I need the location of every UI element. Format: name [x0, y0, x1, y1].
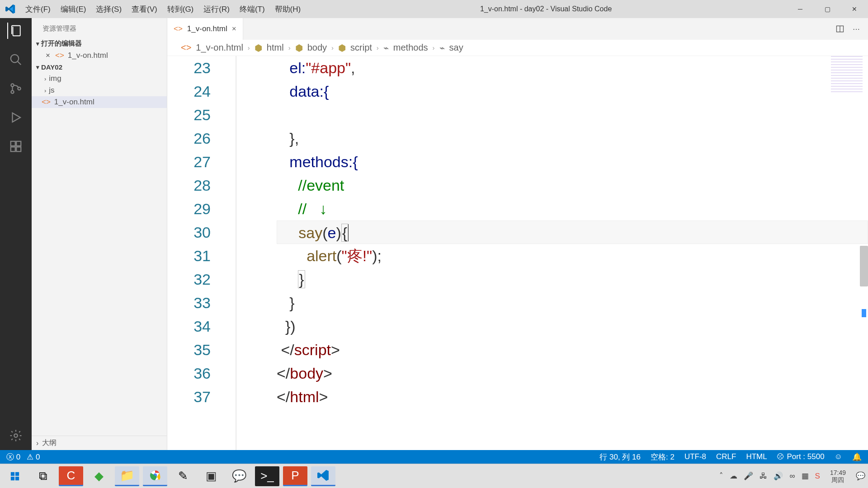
open-editors-section[interactable]: ▾打开的编辑器: [32, 38, 167, 50]
errors-count[interactable]: ⓧ 0: [6, 452, 20, 462]
breadcrumb-item[interactable]: methods: [393, 42, 428, 53]
tray-icon[interactable]: S: [815, 472, 820, 481]
wechat-icon[interactable]: 💬: [227, 466, 251, 486]
svg-rect-7: [16, 147, 21, 151]
more-actions-icon[interactable]: ⋯: [853, 25, 860, 33]
title-bar: 文件(F) 编辑(E) 选择(S) 查看(V) 转到(G) 运行(R) 终端(T…: [0, 0, 868, 18]
project-section[interactable]: ▾DAY02: [32, 61, 167, 73]
taskbar-app-icon[interactable]: C: [59, 466, 83, 486]
svg-point-8: [14, 434, 18, 437]
tray-chevron-icon[interactable]: ˄: [719, 471, 723, 481]
line-gutter: 232425 262728 293031 323334 353637: [167, 56, 226, 450]
powerpoint-icon[interactable]: P: [283, 466, 307, 486]
code-editor[interactable]: 232425 262728 293031 323334 353637 el:"#…: [167, 56, 868, 450]
indentation[interactable]: 空格: 2: [651, 452, 675, 462]
breadcrumb-item[interactable]: body: [307, 42, 327, 53]
scrollbar-thumb[interactable]: [860, 246, 868, 286]
chevron-right-icon: ›: [433, 44, 435, 52]
vscode-logo-icon: [0, 4, 21, 14]
tab-file[interactable]: <> 1_v-on.html ×: [167, 18, 243, 40]
chevron-down-icon: ▾: [36, 40, 39, 47]
outline-section[interactable]: › 大纲: [32, 436, 167, 450]
svg-point-2: [11, 90, 14, 93]
menu-help[interactable]: 帮助(H): [270, 2, 306, 16]
minimap[interactable]: [831, 56, 863, 92]
chevron-right-icon: ›: [44, 75, 46, 82]
svg-rect-4: [11, 141, 15, 146]
file-explorer-icon[interactable]: 📁: [115, 466, 139, 486]
chrome-icon[interactable]: [143, 466, 167, 486]
breadcrumb-file[interactable]: 1_v-on.html: [196, 42, 243, 53]
cursor-position[interactable]: 行 30, 列 16: [599, 452, 641, 462]
menu-view[interactable]: 查看(V): [127, 2, 162, 16]
menu-file[interactable]: 文件(F): [21, 2, 55, 16]
settings-gear-icon[interactable]: [8, 427, 24, 444]
code-lines[interactable]: el:"#app", data:{ }, methods:{ //event /…: [277, 56, 868, 450]
svg-rect-10: [11, 472, 14, 475]
chevron-right-icon: ›: [377, 44, 379, 52]
system-tray: ˄ ☁ 🎤 🖧 🔊 ∞ ▦ S 17:49 周四 💬: [719, 469, 865, 483]
search-icon[interactable]: [8, 52, 24, 68]
open-editor-file[interactable]: × <> 1_v-on.html: [32, 50, 167, 61]
encoding[interactable]: UTF-8: [684, 452, 706, 461]
minimize-button[interactable]: ─: [787, 0, 814, 18]
tray-icon[interactable]: ∞: [789, 472, 795, 481]
overview-marker: [862, 309, 866, 317]
feedback-icon[interactable]: ☺: [835, 452, 842, 461]
taskbar-app-icon[interactable]: ▣: [199, 466, 223, 486]
symbol-icon: ⬢: [338, 42, 346, 53]
file-name: 1_v-on.html: [54, 98, 94, 107]
language-mode[interactable]: HTML: [746, 452, 767, 461]
file-name: 1_v-on.html: [68, 51, 108, 60]
split-editor-icon[interactable]: [835, 24, 844, 33]
chevron-right-icon: ›: [288, 44, 291, 52]
editor-tabs: <> 1_v-on.html × ⋯: [167, 18, 868, 40]
warnings-count[interactable]: ⚠ 0: [27, 452, 40, 462]
maximize-button[interactable]: ▢: [814, 0, 841, 18]
menu-select[interactable]: 选择(S): [91, 2, 126, 16]
explorer-icon[interactable]: [7, 23, 24, 39]
taskbar-app-icon[interactable]: ✎: [171, 466, 195, 486]
tab-label: 1_v-on.html: [187, 24, 227, 33]
weather-icon[interactable]: ☁: [730, 471, 737, 481]
chevron-right-icon: ›: [36, 439, 38, 447]
terminal-icon[interactable]: >_: [255, 466, 279, 486]
notification-center-icon[interactable]: 💬: [856, 471, 865, 481]
menu-run[interactable]: 运行(R): [199, 2, 234, 16]
svg-rect-11: [15, 472, 19, 475]
activity-bar: [0, 18, 32, 450]
extensions-icon[interactable]: [8, 138, 24, 155]
breadcrumb[interactable]: <> 1_v-on.html › ⬢ html › ⬢ body › ⬢ scr…: [167, 40, 868, 56]
tray-icon[interactable]: ▦: [802, 471, 809, 481]
close-tab-icon[interactable]: ×: [232, 24, 236, 33]
folder-img[interactable]: ›img: [32, 73, 167, 84]
close-button[interactable]: ✕: [841, 0, 868, 18]
file-tree-item[interactable]: <> 1_v-on.html: [32, 96, 167, 108]
breadcrumb-item[interactable]: html: [267, 42, 284, 53]
source-control-icon[interactable]: [8, 80, 24, 97]
menu-terminal[interactable]: 终端(T): [235, 2, 269, 16]
menu-edit[interactable]: 编辑(E): [56, 2, 91, 16]
start-button[interactable]: [3, 466, 27, 486]
svg-rect-5: [16, 141, 21, 146]
eol[interactable]: CRLF: [716, 452, 736, 461]
explorer-sidebar: 资源管理器 ▾打开的编辑器 × <> 1_v-on.html ▾DAY02 ›i…: [32, 18, 167, 450]
html-file-icon: <>: [42, 98, 51, 107]
close-editor-icon[interactable]: ×: [44, 51, 52, 60]
html-file-icon: <>: [181, 42, 191, 53]
run-debug-icon[interactable]: [8, 109, 24, 126]
taskbar-app-icon[interactable]: ◆: [87, 466, 111, 486]
task-view-icon[interactable]: ⧉: [31, 466, 55, 486]
folder-js[interactable]: ›js: [32, 84, 167, 96]
breadcrumb-item[interactable]: script: [350, 42, 372, 53]
vscode-taskbar-icon[interactable]: [311, 466, 335, 486]
menu-go[interactable]: 转到(G): [163, 2, 198, 16]
notifications-icon[interactable]: 🔔: [852, 452, 862, 462]
taskbar-clock[interactable]: 17:49 周四: [826, 469, 849, 483]
volume-icon[interactable]: 🔊: [774, 471, 783, 481]
breadcrumb-item[interactable]: say: [449, 42, 463, 53]
microphone-icon[interactable]: 🎤: [744, 471, 753, 481]
network-icon[interactable]: 🖧: [760, 472, 767, 481]
live-server-port[interactable]: ⛒ Port : 5500: [777, 452, 825, 461]
svg-rect-12: [11, 476, 14, 480]
